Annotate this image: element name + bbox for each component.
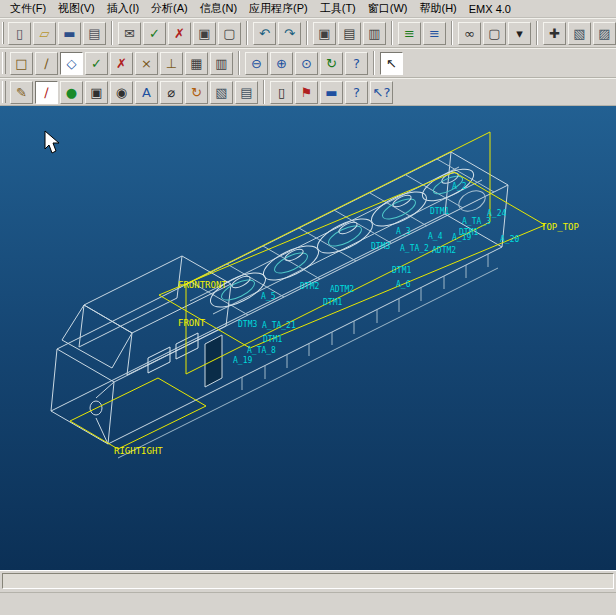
table-icon[interactable]: ▦ bbox=[185, 52, 208, 75]
feature-tag-dtm3-18[interactable]: DTM3 bbox=[238, 320, 257, 329]
menu-item-5[interactable]: 信息(N) bbox=[194, 0, 243, 17]
feature-tag-a_ta_21-19[interactable]: A_TA_21 bbox=[262, 321, 296, 330]
feature-tag-dtm1-2[interactable]: DTM1 bbox=[430, 207, 449, 216]
model-update-icon[interactable]: ↻ bbox=[185, 81, 208, 104]
repaint-icon[interactable]: ↻ bbox=[320, 52, 343, 75]
mail-send-icon[interactable]: ✉ bbox=[118, 22, 141, 45]
measure-icon[interactable]: ⌀ bbox=[160, 81, 183, 104]
selection-filter-icon[interactable]: ▢ bbox=[483, 22, 506, 45]
viewport[interactable]: TOP_TOPFRONTRONTFRONTRIGHTIGHTA_2A_24DTM… bbox=[0, 106, 616, 570]
menu-bar: 文件(F)视图(V)插入(I)分析(A)信息(N)应用程序(P)工具(T)窗口(… bbox=[0, 0, 616, 18]
zoom-out-icon[interactable]: ⊖ bbox=[245, 52, 268, 75]
toolbar-separator bbox=[306, 21, 308, 45]
feature-tag-dtm1-20[interactable]: DTM1 bbox=[263, 335, 282, 344]
feature-tag-a_19-22[interactable]: A_19 bbox=[233, 356, 252, 365]
feature-tag-adtm2-11[interactable]: ADTM2 bbox=[432, 246, 456, 255]
cancel-x-icon[interactable]: ✗ bbox=[110, 52, 133, 75]
feature-tag-a_20-8[interactable]: A_20 bbox=[500, 235, 519, 244]
camera-view-icon[interactable]: ▣ bbox=[85, 81, 108, 104]
zoom-in-icon[interactable]: ⊕ bbox=[270, 52, 293, 75]
print-icon[interactable]: ▤ bbox=[83, 22, 106, 45]
paste-special-icon[interactable]: ▥ bbox=[363, 22, 386, 45]
find-binoculars-icon[interactable]: ∞ bbox=[458, 22, 481, 45]
feature-tag-a_ta_3-3[interactable]: A_TA_3 bbox=[462, 217, 491, 226]
wireframe-model[interactable] bbox=[0, 106, 616, 570]
globe-icon[interactable]: ● bbox=[60, 81, 83, 104]
layers-icon[interactable]: ▧ bbox=[568, 22, 591, 45]
help-icon[interactable]: ? bbox=[345, 81, 368, 104]
menu-item-7[interactable]: 工具(T) bbox=[314, 0, 362, 17]
toolbar-separator bbox=[263, 80, 265, 104]
feature-tag-a_6-13[interactable]: A_6 bbox=[396, 280, 410, 289]
menu-item-9[interactable]: 帮助(H) bbox=[414, 0, 463, 17]
menu-item-2[interactable]: 视图(V) bbox=[52, 0, 101, 17]
feature-tag-a_ta_2-10[interactable]: A_TA_2 bbox=[400, 244, 429, 253]
book-icon[interactable]: ▬ bbox=[320, 81, 343, 104]
status-bar bbox=[0, 592, 616, 615]
feature-tag-dtm2-14[interactable]: DTM2 bbox=[300, 282, 319, 291]
datum-label-frontront[interactable]: FRONTRONT bbox=[178, 280, 227, 290]
flag-icon[interactable]: ⚑ bbox=[295, 81, 318, 104]
message-log[interactable] bbox=[2, 573, 614, 589]
zoom-fit-icon[interactable]: ⊙ bbox=[295, 52, 318, 75]
save-icon[interactable]: ▬ bbox=[58, 22, 81, 45]
datum-plane-icon[interactable]: □ bbox=[10, 52, 33, 75]
toolbar-grip[interactable] bbox=[2, 52, 6, 74]
datum-label-rightight[interactable]: RIGHTIGHT bbox=[114, 446, 163, 456]
mail-delete-icon[interactable]: ✗ bbox=[168, 22, 191, 45]
paste-icon[interactable]: ▤ bbox=[338, 22, 361, 45]
feature-tag-dtm1-12[interactable]: DTM1 bbox=[392, 266, 411, 275]
menu-item-8[interactable]: 窗口(W) bbox=[362, 0, 414, 17]
selection-dropdown-icon[interactable]: ▾ bbox=[508, 22, 531, 45]
new-file-icon[interactable]: ▯ bbox=[8, 22, 31, 45]
menu-item-1[interactable]: 文件(F) bbox=[4, 0, 52, 17]
datum-point-icon[interactable]: × bbox=[135, 52, 158, 75]
zoom-query-icon[interactable]: ? bbox=[345, 52, 368, 75]
toolbar-row-2: □∕◇✓✗×⊥▦▥⊖⊕⊙↻?↖ bbox=[0, 48, 616, 78]
feature-tag-a_2-0[interactable]: A_2 bbox=[452, 182, 466, 191]
family-table-icon[interactable]: ▥ bbox=[210, 52, 233, 75]
sketch-tool-icon[interactable]: ✎ bbox=[10, 81, 33, 104]
datum-label-front[interactable]: FRONT bbox=[178, 318, 205, 328]
feature-tag-dtm3-9[interactable]: DTM3 bbox=[371, 242, 390, 251]
message-area bbox=[0, 570, 616, 592]
layer-display-icon[interactable]: ▧ bbox=[210, 81, 233, 104]
layer-tree-icon[interactable]: ▨ bbox=[593, 22, 616, 45]
feature-tag-dtm1-16[interactable]: DTM1 bbox=[323, 298, 342, 307]
mail-open-icon[interactable]: ▢ bbox=[218, 22, 241, 45]
mailbox-icon[interactable]: ▣ bbox=[193, 22, 216, 45]
annotation-icon[interactable]: A bbox=[135, 81, 158, 104]
menu-item-6[interactable]: 应用程序(P) bbox=[243, 0, 314, 17]
open-folder-icon[interactable]: ▱ bbox=[33, 22, 56, 45]
line-tool-icon[interactable]: ∕ bbox=[35, 81, 58, 104]
menu-item-4[interactable]: 分析(A) bbox=[145, 0, 194, 17]
datum-axis-icon[interactable]: ∕ bbox=[35, 52, 58, 75]
analysis-gauge-icon[interactable]: ◉ bbox=[110, 81, 133, 104]
feature-tag-a_3-6[interactable]: A_3 bbox=[396, 227, 410, 236]
menu-item-3[interactable]: 插入(I) bbox=[101, 0, 145, 17]
regenerate-manual-icon[interactable]: ≡ bbox=[423, 22, 446, 45]
mouse-settings-icon[interactable]: ▯ bbox=[270, 81, 293, 104]
select-arrow-icon[interactable]: ↖ bbox=[380, 52, 403, 75]
feature-tag-adtm2-15[interactable]: ADTM2 bbox=[330, 285, 354, 294]
mail-check-icon[interactable]: ✓ bbox=[143, 22, 166, 45]
undo-icon[interactable]: ↶ bbox=[253, 22, 276, 45]
datum-label-top_top[interactable]: TOP_TOP bbox=[541, 222, 579, 232]
toolbar-separator bbox=[451, 21, 453, 45]
view-manager-icon[interactable]: ▤ bbox=[235, 81, 258, 104]
toolbar-grip[interactable] bbox=[2, 81, 6, 103]
copy-icon[interactable]: ▣ bbox=[313, 22, 336, 45]
menu-item-10[interactable]: EMX 4.0 bbox=[463, 2, 517, 16]
regenerate-icon[interactable]: ≡ bbox=[398, 22, 421, 45]
toolbar-grip[interactable] bbox=[2, 22, 4, 44]
confirm-check-icon[interactable]: ✓ bbox=[85, 52, 108, 75]
feature-tag-dtm1-7[interactable]: DTM1 bbox=[459, 228, 478, 237]
context-help-icon[interactable]: ↖? bbox=[370, 81, 393, 104]
model-display-cube-icon[interactable]: ◇ bbox=[60, 52, 83, 75]
coordinate-system-icon[interactable]: ⊥ bbox=[160, 52, 183, 75]
feature-tag-a_4-4[interactable]: A_4 bbox=[428, 232, 442, 241]
spin-center-icon[interactable]: ✚ bbox=[543, 22, 566, 45]
redo-icon[interactable]: ↷ bbox=[278, 22, 301, 45]
feature-tag-a_5-17[interactable]: A_5 bbox=[261, 292, 275, 301]
feature-tag-a_ta_8-21[interactable]: A_TA_8 bbox=[247, 346, 276, 355]
